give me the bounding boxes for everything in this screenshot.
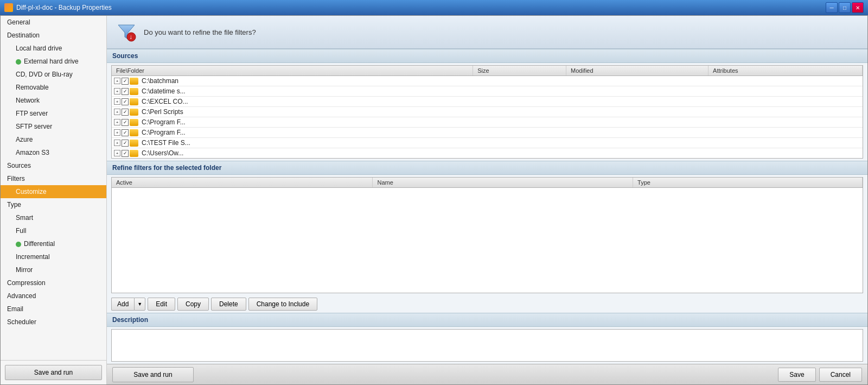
checkbox[interactable]: ✓ (122, 78, 129, 85)
table-row[interactable]: + ✓ C:\Perl Scripts (112, 107, 863, 117)
checkbox[interactable]: ✓ (122, 109, 129, 116)
folder-icon (130, 78, 138, 85)
sidebar-item-destination[interactable]: Destination (1, 29, 106, 42)
panel-body: Sources File\FolderSizeModifiedAttribute… (107, 49, 867, 364)
sidebar-item-advanced[interactable]: Advanced (1, 289, 106, 302)
sidebar-item-compression[interactable]: Compression (1, 276, 106, 289)
delete-button[interactable]: Delete (211, 298, 246, 311)
sidebar-item-sftp-server[interactable]: SFTP server (1, 120, 106, 133)
sidebar-item-smart[interactable]: Smart (1, 211, 106, 224)
change-to-include-button[interactable]: Change to Include (248, 298, 317, 311)
sources-row-cell: + ✓ C:\Program F... (112, 117, 473, 128)
edit-button[interactable]: Edit (148, 298, 175, 311)
sources-attributes-cell (709, 86, 863, 97)
sidebar-item-network[interactable]: Network (1, 94, 106, 107)
header-icon: ↓ (116, 21, 137, 43)
svg-text:↓: ↓ (129, 33, 132, 41)
sources-size-cell (473, 86, 566, 97)
sidebar-bottom: Save and run (1, 360, 106, 384)
sidebar-item-amazon-s3[interactable]: Amazon S3 (1, 146, 106, 159)
sidebar-item-azure[interactable]: Azure (1, 133, 106, 146)
maximize-button[interactable]: □ (839, 2, 851, 13)
add-button[interactable]: Add (111, 298, 134, 311)
status-dot (16, 59, 21, 65)
expand-button[interactable]: + (114, 129, 120, 136)
sidebar-item-mirror[interactable]: Mirror (1, 263, 106, 276)
add-dropdown-button[interactable]: ▼ (134, 298, 145, 311)
table-row[interactable]: + ✓ C:\datetime s... (112, 86, 863, 97)
sidebar-item-scheduler[interactable]: Scheduler (1, 315, 106, 329)
sidebar-item-full[interactable]: Full (1, 224, 106, 237)
sources-size-cell (473, 138, 566, 148)
sources-modified-cell (566, 128, 708, 138)
desc-section-header: Description (107, 313, 867, 327)
sidebar-item-incremental[interactable]: Incremental (1, 250, 106, 263)
sources-attributes-cell (709, 117, 863, 128)
filters-table: ActiveNameType (112, 178, 863, 188)
sources-section-header: Sources (107, 49, 867, 63)
sources-row-cell: + ✓ C:\EXCEL CO... (112, 97, 473, 107)
folder-icon (130, 150, 138, 157)
sidebar-item-type[interactable]: Type (1, 198, 106, 211)
sources-size-cell (473, 97, 566, 107)
sources-col-file-folder: File\Folder (112, 66, 473, 76)
sidebar-item-customize[interactable]: Customize (1, 185, 106, 198)
table-row[interactable]: + ✓ C:\TEST File S... (112, 138, 863, 148)
expand-button[interactable]: + (114, 78, 120, 84)
row-label: C:\datetime s... (142, 87, 186, 95)
table-row[interactable]: + ✓ C:\Users\Ow... (112, 148, 863, 159)
copy-button[interactable]: Copy (177, 298, 209, 311)
sources-col-modified: Modified (566, 66, 708, 76)
bottom-bar: Save and run Save Cancel (107, 364, 867, 384)
desc-section: Description (107, 313, 867, 364)
sidebar-item-ftp-server[interactable]: FTP server (1, 107, 106, 120)
sidebar-item-cd-dvd[interactable]: CD, DVD or Blu-ray (1, 68, 106, 81)
app-window: GeneralDestinationLocal hard driveExtern… (0, 15, 868, 385)
cancel-button[interactable]: Cancel (819, 368, 862, 382)
title-bar: Diff-pl-xl-doc - Backup Properties ─ □ ✕ (0, 0, 868, 15)
panel-header: ↓ Do you want to refine the file filters… (107, 16, 867, 49)
sidebar-item-sources[interactable]: Sources (1, 159, 106, 172)
close-button[interactable]: ✕ (852, 2, 864, 13)
expand-button[interactable]: + (114, 88, 120, 94)
expand-button[interactable]: + (114, 98, 120, 105)
sources-table-wrap: File\FolderSizeModifiedAttributes + ✓ C:… (111, 65, 863, 159)
sources-row-cell: + ✓ C:\Users\Ow... (112, 148, 473, 159)
table-row[interactable]: + ✓ C:\EXCEL CO... (112, 97, 863, 107)
expand-button[interactable]: + (114, 109, 120, 115)
sources-scroll[interactable]: File\FolderSizeModifiedAttributes + ✓ C:… (112, 66, 863, 158)
sidebar-item-email[interactable]: Email (1, 302, 106, 315)
checkbox[interactable]: ✓ (122, 88, 129, 95)
filters-col-name: Name (373, 178, 633, 188)
checkbox[interactable]: ✓ (122, 119, 129, 126)
checkbox[interactable]: ✓ (122, 98, 129, 105)
sidebar-item-general[interactable]: General (1, 16, 106, 29)
checkbox[interactable]: ✓ (122, 129, 129, 136)
minimize-button[interactable]: ─ (826, 2, 838, 13)
table-row[interactable]: + ✓ C:\Program F... (112, 128, 863, 138)
sidebar-item-external-hard-drive[interactable]: External hard drive (1, 55, 106, 68)
expand-button[interactable]: + (114, 150, 120, 156)
table-row[interactable]: + ✓ C:\Program F... (112, 117, 863, 128)
folder-icon (130, 88, 138, 95)
sidebar-item-filters[interactable]: Filters (1, 172, 106, 185)
checkbox[interactable]: ✓ (122, 150, 129, 157)
sources-size-cell (473, 107, 566, 117)
main-content: GeneralDestinationLocal hard driveExtern… (1, 16, 867, 384)
sources-attributes-cell (709, 128, 863, 138)
save-run-sidebar-button[interactable]: Save and run (5, 365, 102, 380)
sidebar-item-removable[interactable]: Removable (1, 81, 106, 94)
sidebar-item-local-hard-drive[interactable]: Local hard drive (1, 42, 106, 55)
sidebar-item-differential[interactable]: Differential (1, 237, 106, 250)
expand-button[interactable]: + (114, 140, 120, 146)
add-button-group: Add ▼ (111, 298, 145, 311)
sources-attributes-cell (709, 148, 863, 159)
sources-modified-cell (566, 97, 708, 107)
filters-col-active: Active (112, 178, 373, 188)
table-row[interactable]: + ✓ C:\batchman (112, 76, 863, 86)
checkbox[interactable]: ✓ (122, 140, 129, 147)
save-button[interactable]: Save (778, 368, 815, 382)
save-run-button[interactable]: Save and run (112, 367, 194, 382)
expand-button[interactable]: + (114, 119, 120, 125)
window-title: Diff-pl-xl-doc - Backup Properties (16, 4, 112, 11)
